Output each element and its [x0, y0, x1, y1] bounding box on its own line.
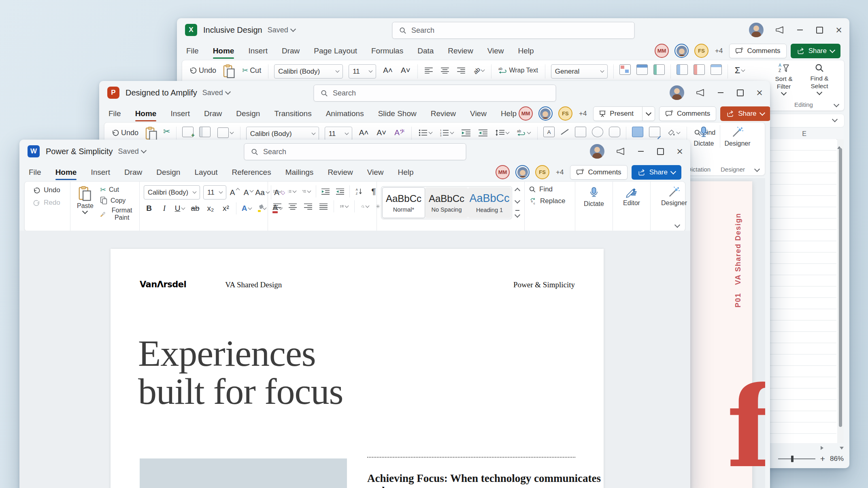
- arrange-icon[interactable]: [632, 127, 643, 137]
- menu-item-home[interactable]: Home: [55, 165, 77, 180]
- align-top-icon[interactable]: [423, 64, 434, 76]
- ribbon-collapse-chevron[interactable]: [834, 102, 839, 107]
- shrink-font-button[interactable]: A: [243, 187, 254, 199]
- account-avatar[interactable]: [670, 85, 684, 100]
- strikethrough-button[interactable]: ab: [190, 202, 200, 214]
- comments-button[interactable]: Comments: [659, 106, 716, 121]
- close-button[interactable]: ×: [835, 26, 843, 34]
- maximize-button[interactable]: [736, 89, 744, 97]
- excel-saved-dropdown[interactable]: Saved: [268, 26, 295, 34]
- menu-item-slide-show[interactable]: Slide Show: [378, 106, 417, 121]
- excel-cut-button[interactable]: ✂Cut: [241, 64, 262, 76]
- replace-button[interactable]: Replace: [529, 197, 565, 205]
- menu-item-design[interactable]: Design: [156, 165, 181, 180]
- account-avatar[interactable]: [590, 144, 604, 159]
- ppt-font-name-select[interactable]: Calibri (Body): [246, 127, 319, 141]
- editor-button[interactable]: Editor: [617, 185, 646, 207]
- ppt-designer-button[interactable]: Designer: [722, 125, 753, 148]
- numbering-button[interactable]: [287, 185, 297, 197]
- paste-button[interactable]: Paste: [74, 185, 96, 235]
- word-document-page[interactable]: VanΛrsdel VA Shared Design Power & Simpl…: [111, 249, 604, 488]
- clear-formatting-button[interactable]: A𝄢: [393, 127, 406, 139]
- format-as-table-icon[interactable]: [636, 64, 648, 75]
- align-bottom-icon[interactable]: [456, 64, 466, 76]
- format-painter-button[interactable]: Format Paint: [100, 207, 135, 221]
- grow-font-button[interactable]: A˄: [382, 64, 394, 76]
- presence-more[interactable]: +4: [556, 168, 564, 176]
- font-size-select[interactable]: 11: [203, 185, 226, 199]
- format-cells-icon[interactable]: [711, 64, 722, 75]
- zoom-in-button[interactable]: +: [820, 454, 825, 464]
- shrink-font-button[interactable]: A˅: [400, 64, 412, 76]
- change-case-button[interactable]: Aa: [257, 187, 268, 199]
- increase-indent-button[interactable]: [477, 127, 489, 139]
- menu-item-mailings[interactable]: Mailings: [285, 165, 314, 180]
- text-box-icon[interactable]: A: [543, 127, 555, 137]
- quick-styles-icon[interactable]: [649, 127, 660, 137]
- italic-button[interactable]: I: [159, 202, 170, 214]
- megaphone-icon[interactable]: [775, 25, 785, 35]
- oval-shape-icon[interactable]: [592, 127, 603, 137]
- word-redo-button[interactable]: Redo: [31, 198, 66, 208]
- excel-search-input[interactable]: Search: [392, 22, 634, 39]
- excel-font-size-select[interactable]: 11: [349, 64, 376, 79]
- share-button[interactable]: Share: [720, 106, 770, 121]
- increase-indent-button[interactable]: [335, 185, 345, 197]
- underline-button[interactable]: U: [174, 202, 185, 214]
- ppt-search-input[interactable]: Search: [313, 85, 556, 102]
- megaphone-icon[interactable]: [616, 146, 625, 156]
- menu-item-insert[interactable]: Insert: [90, 165, 111, 180]
- menu-item-home[interactable]: Home: [135, 106, 157, 121]
- rectangle-shape-icon[interactable]: [575, 127, 586, 137]
- autosum-button[interactable]: Σ: [734, 64, 746, 76]
- highlight-button[interactable]: [257, 202, 267, 214]
- style-card[interactable]: AaBbCc No Spacing: [425, 187, 468, 218]
- menu-item-file[interactable]: File: [186, 43, 199, 59]
- superscript-button[interactable]: x²: [221, 202, 231, 214]
- designer-button[interactable]: Designer: [655, 185, 690, 207]
- cut-icon[interactable]: ✂: [163, 127, 170, 136]
- subscript-button[interactable]: x₂: [205, 202, 216, 214]
- presence-badge-photo[interactable]: [515, 165, 530, 179]
- close-button[interactable]: ×: [676, 147, 684, 155]
- presence-badge-fs[interactable]: FS: [694, 44, 708, 58]
- minimize-button[interactable]: [637, 147, 645, 155]
- share-button[interactable]: Share: [791, 44, 840, 58]
- dictate-button[interactable]: Dictate: [579, 185, 608, 208]
- excel-column-header[interactable]: E: [765, 128, 844, 140]
- text-direction-button[interactable]: [516, 127, 532, 139]
- justify-button[interactable]: [318, 200, 329, 212]
- orientation-button[interactable]: ab: [472, 64, 486, 76]
- comments-button[interactable]: Comments: [570, 165, 627, 180]
- scroll-down-icon[interactable]: [840, 447, 844, 450]
- font-name-select[interactable]: Calibri (Body): [144, 185, 200, 199]
- conditional-formatting-icon[interactable]: [619, 64, 631, 75]
- maximize-button[interactable]: [656, 147, 664, 155]
- presence-badge-photo[interactable]: [538, 106, 553, 121]
- bullets-button[interactable]: [272, 185, 283, 197]
- menu-item-help[interactable]: Help: [398, 165, 414, 180]
- sort-button[interactable]: [354, 185, 364, 197]
- menu-item-file[interactable]: File: [28, 165, 42, 180]
- menu-item-view[interactable]: View: [470, 106, 487, 121]
- ppt-font-size-select[interactable]: 11: [325, 127, 352, 141]
- zoom-level[interactable]: 86%: [830, 455, 844, 463]
- grow-font-button[interactable]: A˄: [358, 127, 370, 139]
- menu-item-review[interactable]: Review: [430, 106, 456, 121]
- presence-badge-fs[interactable]: FS: [558, 106, 572, 121]
- decrease-indent-button[interactable]: [320, 185, 331, 197]
- presence-badge-mm[interactable]: MM: [519, 106, 533, 121]
- menu-item-animations[interactable]: Animations: [326, 106, 364, 121]
- bullets-button[interactable]: [417, 127, 433, 139]
- delete-cells-icon[interactable]: [694, 64, 705, 75]
- style-scroll-down[interactable]: [515, 197, 520, 203]
- present-dropdown[interactable]: [642, 107, 655, 121]
- excel-grid[interactable]: [765, 139, 836, 443]
- multilevel-list-button[interactable]: [301, 185, 312, 197]
- scroll-right-icon[interactable]: [821, 446, 823, 450]
- excel-vertical-scrollbar[interactable]: [837, 139, 844, 443]
- menu-item-file[interactable]: File: [108, 106, 121, 121]
- align-left-button[interactable]: [272, 200, 283, 212]
- numbering-button[interactable]: [439, 127, 455, 139]
- sort-filter-button[interactable]: Sort &Filter: [767, 63, 800, 95]
